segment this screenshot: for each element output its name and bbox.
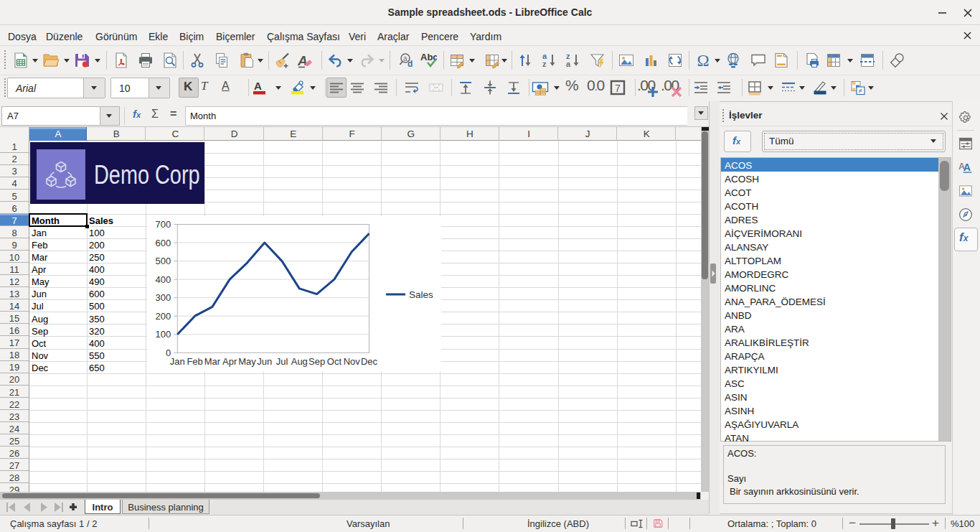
svg-text:≠: ≠ [859, 87, 863, 95]
svg-text:Jun: Jun [257, 356, 272, 367]
svg-text:a: a [566, 60, 571, 68]
svg-text:100: 100 [155, 329, 171, 340]
svg-text:Sep: Sep [308, 356, 325, 367]
svg-text:z: z [542, 60, 547, 68]
svg-text:Dec: Dec [360, 356, 377, 367]
svg-text:7: 7 [615, 83, 621, 94]
svg-text:A: A [254, 80, 262, 92]
svg-text:Nov: Nov [343, 356, 360, 367]
svg-text:d: d [407, 59, 413, 69]
svg-text:500: 500 [155, 256, 171, 266]
svg-text:A: A [297, 53, 308, 68]
svg-text:600: 600 [155, 237, 171, 248]
svg-text:May: May [238, 356, 256, 367]
svg-text:200: 200 [155, 310, 171, 321]
svg-text:700: 700 [155, 219, 171, 230]
svg-text:Sales: Sales [409, 289, 433, 300]
svg-text:Jan: Jan [169, 356, 184, 367]
svg-text:Oct: Oct [326, 356, 341, 367]
svg-text:Aug: Aug [291, 356, 307, 367]
svg-text:400: 400 [155, 274, 171, 284]
svg-text:Mar: Mar [204, 356, 220, 367]
svg-text:Ω: Ω [697, 52, 710, 69]
svg-text:A: A [963, 162, 971, 173]
svg-text:Apr: Apr [222, 356, 237, 367]
svg-text:Jul: Jul [275, 356, 288, 367]
svg-text:Feb: Feb [187, 356, 202, 367]
svg-text:300: 300 [155, 292, 171, 303]
